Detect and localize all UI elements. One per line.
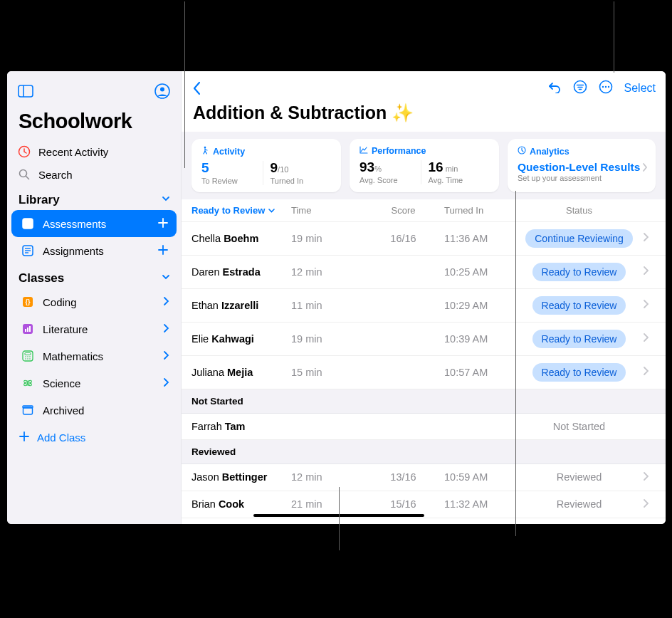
add-assignment-icon[interactable] xyxy=(157,243,169,258)
callout-line xyxy=(184,1,185,168)
sidebar-item-class[interactable]: Mathematics xyxy=(11,342,177,370)
sidebar-item-archived[interactable]: Archived xyxy=(11,397,177,424)
sidebar-search[interactable]: Search xyxy=(7,163,181,186)
class-icon xyxy=(20,321,36,337)
svg-point-39 xyxy=(607,86,609,88)
svg-rect-16 xyxy=(25,329,26,332)
svg-point-23 xyxy=(29,356,31,357)
select-button[interactable]: Select xyxy=(624,82,656,95)
column-ready-to-review[interactable]: Ready to Review xyxy=(191,205,291,216)
student-name: Farrah Tam xyxy=(191,421,291,432)
svg-point-38 xyxy=(604,86,606,88)
table-row[interactable]: Chella Boehm 19 min 16/16 11:36 AM Conti… xyxy=(182,222,666,256)
svg-point-27 xyxy=(27,382,29,384)
filter-icon[interactable] xyxy=(573,80,587,97)
student-name: Jason Bettinger xyxy=(191,471,291,483)
undo-icon[interactable] xyxy=(547,80,562,96)
toolbar: Select xyxy=(182,71,666,101)
library-header[interactable]: Library xyxy=(7,186,181,210)
activity-card[interactable]: Activity 5 To Review 9/10 Turned In xyxy=(191,139,341,192)
section-label: Classes xyxy=(19,271,64,286)
person-walk-icon xyxy=(201,146,209,157)
avg-score-value: 93 xyxy=(359,159,374,174)
avg-score-unit: % xyxy=(374,164,382,173)
to-review-label: To Review xyxy=(201,177,263,185)
search-icon xyxy=(17,168,31,181)
svg-point-25 xyxy=(27,358,28,360)
add-class-label: Add Class xyxy=(37,431,85,444)
chevron-down-icon xyxy=(268,206,275,214)
analytics-icon xyxy=(518,146,526,157)
summary-cards: Activity 5 To Review 9/10 Turned In xyxy=(182,139,666,199)
status-text: Reviewed xyxy=(557,498,602,510)
chevron-right-icon xyxy=(636,232,656,244)
table-row[interactable]: Farrah Tam Not Started xyxy=(182,414,666,440)
main-content: Select Addition & Subtraction ✨ Activity… xyxy=(182,71,666,524)
student-name: Chella Boehm xyxy=(191,233,291,244)
table-header: Ready to Review Time Score Turned In Sta… xyxy=(182,199,666,222)
assignments-icon xyxy=(20,243,36,258)
page-title: Addition & Subtraction ✨ xyxy=(182,101,666,132)
chevron-right-icon xyxy=(636,498,656,510)
chevron-down-icon xyxy=(161,271,171,286)
more-icon[interactable] xyxy=(599,80,613,97)
status-pill[interactable]: Ready to Review xyxy=(532,363,626,382)
callout-line xyxy=(515,191,516,536)
table-row[interactable]: Daren Estrada 12 min 10:25 AM Ready to R… xyxy=(182,256,666,289)
sidebar-toggle-icon[interactable] xyxy=(16,81,36,101)
card-header-label: Analytics xyxy=(530,147,569,157)
status-pill[interactable]: Ready to Review xyxy=(532,296,626,315)
performance-card[interactable]: Performance 93% Avg. Score 16 min Avg. T… xyxy=(350,139,499,192)
sidebar-item-label: Science xyxy=(43,377,80,389)
status-cell: Ready to Review xyxy=(523,363,636,382)
sidebar: Schoolwork Recent Activity Search Librar… xyxy=(7,71,182,524)
sidebar-item-label: Assignments xyxy=(43,245,104,257)
app-frame: Schoolwork Recent Activity Search Librar… xyxy=(7,71,666,524)
table-row[interactable]: Jason Bettinger 12 min 13/16 10:59 AM Re… xyxy=(182,464,666,491)
back-button[interactable] xyxy=(187,78,207,98)
column-time[interactable]: Time xyxy=(291,205,362,216)
score-cell: 16/16 xyxy=(362,233,444,244)
add-assessment-icon[interactable] xyxy=(157,216,169,231)
analytics-card[interactable]: Analytics Question-Level Results Set up … xyxy=(508,139,656,192)
section-label: Library xyxy=(19,193,60,207)
status-text: Reviewed xyxy=(557,471,602,483)
status-pill[interactable]: Ready to Review xyxy=(532,330,626,348)
sidebar-item-class[interactable]: Science xyxy=(11,370,177,397)
table-row[interactable]: Ethan Izzarelli 11 min 10:29 AM Ready to… xyxy=(182,289,666,323)
status-cell: Reviewed xyxy=(523,498,636,510)
sidebar-item-assessments[interactable]: % Assessments xyxy=(11,210,177,237)
status-pill[interactable]: Continue Reviewing xyxy=(525,229,633,248)
avg-score-label: Avg. Score xyxy=(359,176,421,184)
column-status[interactable]: Status xyxy=(523,205,636,216)
table-row[interactable]: Juliana Mejia 15 min 10:57 AM Ready to R… xyxy=(182,356,666,389)
svg-text:%: % xyxy=(25,221,31,228)
turned-in-label: Turned In xyxy=(271,177,332,185)
app-title: Schoolwork xyxy=(7,101,181,140)
add-class-button[interactable]: Add Class xyxy=(7,424,181,451)
sidebar-item-label: Archived xyxy=(43,404,84,417)
sidebar-recent-activity[interactable]: Recent Activity xyxy=(7,140,181,163)
sidebar-item-class[interactable]: Literature xyxy=(11,315,177,342)
student-name: Ethan Izzarelli xyxy=(191,300,291,311)
turned-in-cell: 10:39 AM xyxy=(444,333,523,345)
sidebar-item-class[interactable]: {}Coding xyxy=(11,288,177,315)
time-cell: 19 min xyxy=(291,233,362,244)
svg-point-22 xyxy=(27,356,28,357)
table-row[interactable]: Elie Kahwagi 19 min 10:39 AM Ready to Re… xyxy=(182,323,666,356)
svg-point-24 xyxy=(25,358,26,360)
column-score[interactable]: Score xyxy=(362,205,444,216)
svg-point-37 xyxy=(602,86,603,88)
time-cell: 15 min xyxy=(291,367,362,378)
account-icon[interactable] xyxy=(152,81,172,101)
callout-line xyxy=(339,487,340,550)
sidebar-item-assignments[interactable]: Assignments xyxy=(11,237,177,264)
status-pill[interactable]: Ready to Review xyxy=(532,263,626,281)
class-icon xyxy=(20,348,36,364)
chart-line-icon xyxy=(359,146,368,156)
turned-in-total: /10 xyxy=(278,165,288,174)
student-name: Juliana Mejia xyxy=(191,367,291,378)
classes-header[interactable]: Classes xyxy=(7,264,181,288)
student-name: Daren Estrada xyxy=(191,266,291,278)
column-turned-in[interactable]: Turned In xyxy=(444,205,523,216)
